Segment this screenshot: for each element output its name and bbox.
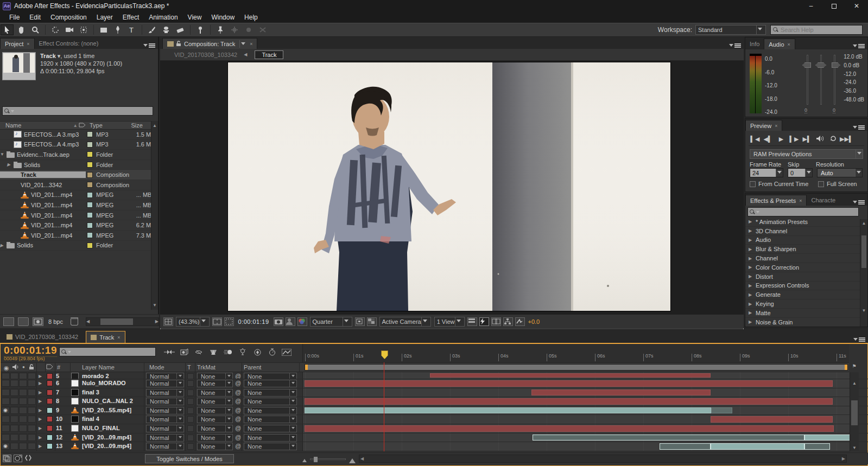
layer-name-column[interactable]: Layer Name [82, 364, 115, 371]
twirl-icon[interactable]: ▶ [39, 435, 42, 440]
graph-editor-icon[interactable] [281, 348, 293, 356]
parent-pickwhip-icon[interactable]: @ [235, 398, 241, 404]
snapshot-icon[interactable] [274, 317, 283, 326]
parent-pickwhip-icon[interactable]: @ [235, 416, 241, 422]
effect-category[interactable]: ▶Noise & Grain [745, 318, 860, 327]
project-bit-depth[interactable]: 8 bpc [48, 318, 63, 325]
label-swatch[interactable] [87, 222, 93, 228]
trkmat-dropdown[interactable]: None [197, 443, 233, 450]
layer-name[interactable]: NULO_CA...NAL 2 [82, 398, 144, 404]
flowchart-icon[interactable] [503, 317, 513, 326]
parent-pickwhip-icon[interactable]: @ [235, 380, 241, 386]
expand-transfer-controls-icon[interactable] [14, 455, 22, 462]
frame-blending-icon[interactable] [207, 348, 219, 356]
stopwatch-icon[interactable] [266, 348, 278, 356]
label-chip[interactable] [47, 407, 53, 413]
menu-composition[interactable]: Composition [46, 12, 92, 22]
audio-toggle[interactable] [10, 380, 18, 387]
layer-name[interactable]: NULO_FINAL [82, 425, 144, 431]
video-toggle[interactable]: ◉ [2, 380, 10, 387]
parent-dropdown[interactable]: None [244, 425, 297, 432]
zoom-tool[interactable] [29, 24, 42, 35]
t-toggle[interactable] [187, 425, 194, 432]
trkmat-dropdown[interactable]: None [197, 380, 233, 387]
project-row[interactable]: ▶SolidsFolder [0, 160, 158, 170]
label-swatch[interactable] [87, 162, 93, 168]
comp-marker-bin-icon[interactable]: ⚑ [850, 363, 859, 372]
solo-toggle[interactable] [19, 398, 27, 405]
audio-toggle[interactable] [10, 373, 18, 379]
parent-dropdown[interactable]: None [244, 373, 297, 379]
layer-bar-track[interactable] [302, 443, 850, 450]
layer-bar-track[interactable] [302, 425, 850, 432]
layer-name[interactable]: [VID_20...55.mp4] [82, 407, 144, 413]
layer-duration-bar[interactable] [531, 390, 710, 396]
tab-info[interactable]: Info [745, 39, 764, 49]
lock-toggle[interactable] [28, 380, 36, 387]
resolution-dropdown[interactable]: Quarter [310, 317, 352, 327]
layer-bar-track[interactable] [302, 380, 850, 387]
mute-audio-button[interactable] [814, 136, 827, 143]
viewer-timecode[interactable]: 0:00:01:19 [238, 318, 269, 325]
layer-duration-bar[interactable] [711, 416, 833, 423]
restore-button[interactable] [822, 0, 845, 12]
twirl-icon[interactable]: ▼ [0, 152, 7, 157]
mode-dropdown[interactable]: Normal [146, 380, 184, 387]
tab-character[interactable]: Characte [807, 195, 840, 206]
draft-3d-icon[interactable] [178, 348, 190, 356]
menu-view[interactable]: View [183, 12, 207, 22]
new-folder-icon[interactable] [18, 317, 29, 326]
effect-category[interactable]: ▶Matte [745, 309, 860, 318]
t-toggle[interactable] [187, 407, 194, 414]
pen-tool[interactable] [111, 24, 124, 35]
first-frame-button[interactable]: ▍◀ [749, 136, 762, 143]
time-ruler[interactable]: 0:00s 01s 02s 03s 04s 05s 06s 07s 08s 09… [302, 344, 849, 362]
camera-dropdown[interactable]: Active Camera [379, 317, 431, 327]
menu-edit[interactable]: Edit [24, 12, 46, 22]
audio-toggle[interactable] [10, 389, 18, 396]
video-toggle[interactable]: ◉ [2, 443, 10, 450]
solo-toggle[interactable] [19, 389, 27, 396]
new-composition-icon[interactable] [33, 317, 43, 326]
label-column-icon[interactable] [79, 122, 90, 129]
play-button[interactable]: ▶ [775, 136, 788, 143]
scrollbar-thumb[interactable] [861, 235, 866, 268]
slider-handle[interactable] [832, 62, 840, 68]
last-frame-button[interactable]: ▶▍ [801, 136, 814, 143]
menu-file[interactable]: File [4, 12, 24, 22]
parent-column[interactable]: Parent [244, 364, 261, 371]
layer-name[interactable]: [VID_20...09.mp4] [82, 443, 144, 449]
delete-item-icon[interactable] [71, 317, 78, 325]
trkmat-column[interactable]: TrkMat [197, 364, 216, 371]
roi-icon[interactable] [355, 317, 365, 326]
layer-bar-track[interactable] [302, 389, 850, 397]
label-chip[interactable] [47, 373, 53, 379]
mode-dropdown[interactable]: Normal [146, 389, 184, 397]
parent-pickwhip-icon[interactable]: @ [235, 389, 241, 395]
project-horizontal-scrollbar[interactable]: ◀ ▶ [86, 317, 159, 326]
video-toggle[interactable]: ◉ [2, 389, 10, 396]
close-button[interactable]: ✕ [845, 0, 868, 12]
video-toggle[interactable]: ◉ [2, 398, 10, 405]
tab-vid-composition[interactable]: VID_20170308_103342 [2, 331, 83, 343]
twirl-icon[interactable]: ▶ [39, 426, 42, 431]
project-row[interactable]: VID_201....mp4MPEG7.3 MB [0, 231, 158, 241]
project-row[interactable]: EFECTOS...A 3.mp3MP31.5 MB [0, 130, 158, 140]
layer-duration-bar[interactable] [711, 407, 732, 414]
audio-slider-both[interactable] [820, 55, 822, 105]
t-toggle[interactable] [187, 390, 194, 396]
label-swatch[interactable] [87, 151, 93, 157]
scroll-right-icon[interactable]: ▶ [842, 456, 845, 461]
label-swatch[interactable] [87, 242, 93, 248]
timeline-search-input[interactable] [71, 348, 154, 356]
parent-dropdown[interactable]: None [244, 416, 297, 423]
t-toggle[interactable] [187, 435, 194, 441]
zoom-slider-thumb[interactable] [314, 457, 318, 462]
from-current-time-checkbox[interactable]: From Current Time [750, 181, 818, 187]
project-row[interactable]: VID_201....mp4MPEG... MB [0, 210, 158, 221]
t-toggle[interactable] [187, 443, 194, 450]
lock-toggle[interactable] [28, 434, 36, 441]
scroll-right-icon[interactable]: ▶ [155, 319, 159, 324]
video-toggle[interactable]: ◉ [2, 416, 10, 423]
column-name[interactable]: Name [0, 122, 73, 129]
